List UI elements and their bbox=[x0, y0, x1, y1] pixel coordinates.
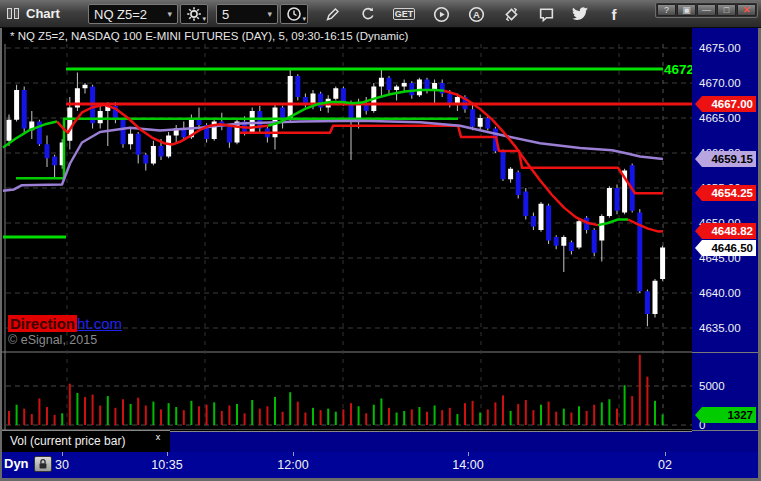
price-tag: 4659.15 bbox=[702, 151, 756, 167]
time-axis-label: 30 bbox=[55, 458, 69, 472]
watermark: Directionht.com bbox=[8, 315, 122, 332]
price-tag: 4646.50 bbox=[702, 240, 756, 256]
time-axis-tick bbox=[293, 452, 294, 456]
resistance-price-label: 4672 bbox=[664, 62, 694, 77]
time-axis-label: 02 bbox=[658, 458, 672, 472]
volume-axis-label: 5000 bbox=[699, 379, 725, 393]
time-axis-tick bbox=[665, 452, 666, 456]
slow-ma-purple bbox=[3, 121, 663, 191]
price-tag: 4648.82 bbox=[702, 223, 756, 239]
time-axis[interactable]: Dyn 3010:3512:0014:0002 bbox=[0, 452, 761, 478]
lock-icon bbox=[37, 458, 49, 470]
copyright-label: © eSignal, 2015 bbox=[8, 333, 97, 347]
volume-study-tab[interactable]: Vol (current price bar) bbox=[2, 430, 170, 452]
tab-row-filler bbox=[170, 431, 692, 452]
price-axis-label: 4670.00 bbox=[699, 76, 741, 90]
time-axis-tick bbox=[468, 452, 469, 456]
chart-window: Chart NQ Z5=2 ▾ ▾ 5 ▾ bbox=[0, 0, 761, 481]
time-axis-label: 14:00 bbox=[452, 458, 483, 472]
watermark-highlight: Direction bbox=[8, 315, 77, 332]
price-axis-label: 4635.00 bbox=[699, 321, 741, 335]
lock-button[interactable] bbox=[34, 456, 52, 472]
time-axis-label: 12:00 bbox=[277, 458, 308, 472]
fast-ma-red-3 bbox=[628, 220, 663, 232]
indicator-tab-row: Vol (current price bar) x bbox=[0, 430, 692, 452]
trailing-stop-red bbox=[240, 126, 663, 194]
time-axis-label: 10:35 bbox=[151, 458, 182, 472]
dynamic-mode-label[interactable]: Dyn bbox=[4, 456, 29, 471]
price-axis-label: 4640.00 bbox=[699, 286, 741, 300]
volume-study-label: Vol (current price bar) bbox=[10, 434, 125, 448]
time-axis-tick bbox=[62, 452, 63, 456]
volume-tag: 1327 bbox=[702, 407, 756, 423]
price-axis[interactable]: 4675.004670.004665.004660.004655.004650.… bbox=[692, 28, 758, 452]
price-axis-label: 4675.00 bbox=[699, 41, 741, 55]
price-tag: 4654.25 bbox=[702, 185, 756, 201]
pane-separator bbox=[692, 352, 758, 353]
close-study-icon[interactable]: x bbox=[152, 431, 164, 442]
window-frame bbox=[0, 28, 2, 478]
chart-plot-area[interactable] bbox=[0, 0, 761, 481]
watermark-link[interactable]: ht.com bbox=[77, 315, 122, 332]
price-tag: 4667.00 bbox=[702, 96, 756, 112]
time-axis-tick bbox=[167, 452, 168, 456]
price-axis-label: 4665.00 bbox=[699, 111, 741, 125]
